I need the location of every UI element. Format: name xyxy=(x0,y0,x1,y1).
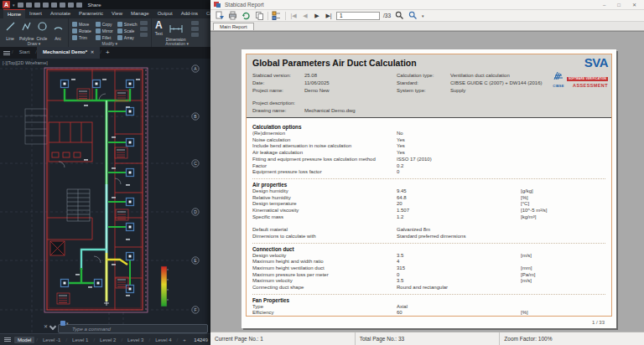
parameter-row: Maximum pressure loss per meter0[Pa/m] xyxy=(252,272,605,279)
dimension-tick-label xyxy=(84,105,88,106)
report-body: Calculation options(Re)dimensionNoNoise … xyxy=(247,118,611,317)
drawing-tab-mechanical-demo[interactable]: Mechanical Demo*✕ xyxy=(37,47,100,59)
copy-tool-button[interactable]: Copy xyxy=(96,21,113,28)
header-field-value: Demo New xyxy=(304,87,397,95)
array-tool-button[interactable]: Array xyxy=(117,34,138,41)
redo-icon[interactable] xyxy=(68,3,74,8)
layout-tab-level-1[interactable]: Level -1 xyxy=(39,337,64,343)
move-label: Move xyxy=(79,22,89,27)
ribbon-tab-add-ins[interactable]: Add-ins xyxy=(177,9,202,18)
app-logo-icon[interactable]: A xyxy=(3,1,10,8)
leader-icon[interactable] xyxy=(191,21,199,25)
trim-icon xyxy=(72,35,77,40)
maximize-button[interactable]: □ xyxy=(613,3,625,8)
modify-panel-label[interactable]: Modify ▾ xyxy=(69,41,151,46)
rotate-icon xyxy=(72,28,77,33)
command-caret-icon[interactable]: ▾ xyxy=(66,321,69,326)
report-tab-bar: Main Report xyxy=(210,22,644,31)
share-arrow-icon[interactable] xyxy=(76,3,82,8)
text-tool-button[interactable]: A Text xyxy=(155,20,163,42)
layout-menu-icon[interactable] xyxy=(3,337,13,342)
command-badge-icon xyxy=(60,321,65,326)
last-page-button[interactable]: ▶| xyxy=(325,13,333,19)
ribbon-tab-annotate[interactable]: Annotate xyxy=(46,9,75,18)
page-number-input[interactable] xyxy=(336,12,380,20)
layout-tab-level-1[interactable]: Level 1 xyxy=(69,337,91,343)
open-file-icon[interactable] xyxy=(26,3,32,8)
close-drawing-tab-icon[interactable]: ✕ xyxy=(91,49,94,54)
floorplan-drawing: ABCDEF xyxy=(0,59,210,333)
file-tab-menu-icon[interactable] xyxy=(2,47,12,59)
erase-icon[interactable] xyxy=(140,21,148,25)
arc-tool-button[interactable]: Arc xyxy=(51,20,65,41)
new-file-icon[interactable] xyxy=(18,3,23,8)
parameter-value: Standard preferred dimensions xyxy=(397,234,521,240)
annotation-panel-label[interactable]: Annotation ▾ xyxy=(152,41,203,46)
fillet-tool-button[interactable]: Fillet xyxy=(96,34,113,41)
drawing-tab-start[interactable]: Start xyxy=(13,47,36,59)
copy-button[interactable] xyxy=(254,11,264,21)
polyline-tool-button[interactable]: Polyline xyxy=(19,20,33,41)
close-button[interactable]: ✕ xyxy=(628,2,641,8)
zoom-caret-icon[interactable]: ▾ xyxy=(422,13,424,18)
move-tool-button[interactable]: Move xyxy=(72,21,91,28)
next-page-button[interactable]: ▶ xyxy=(313,13,321,19)
offset-icon[interactable] xyxy=(140,33,148,37)
rotate-tool-button[interactable]: Rotate xyxy=(72,28,91,34)
report-titlebar[interactable]: Stabicad Report – □ ✕ xyxy=(210,0,644,10)
mirror-tool-button[interactable]: Mirror xyxy=(96,28,113,34)
diffuser-symbol xyxy=(127,139,134,147)
command-input[interactable] xyxy=(58,324,208,333)
trim-tool-button[interactable]: Trim xyxy=(72,34,91,41)
command-customize-icon[interactable] xyxy=(49,322,56,329)
line-tool-button[interactable]: Line xyxy=(3,20,17,41)
previous-page-button[interactable]: ◀ xyxy=(301,13,309,19)
layout-tab-level-3[interactable]: Level 3 xyxy=(124,337,147,343)
parameter-value: 1.507 xyxy=(397,208,521,214)
ribbon-tab-output[interactable]: Output xyxy=(153,9,177,18)
save-as-icon[interactable] xyxy=(43,3,49,8)
export-button[interactable] xyxy=(214,11,224,21)
draw-panel-label[interactable]: Draw ▾ xyxy=(0,41,68,46)
circle-tool-button[interactable]: Circle xyxy=(35,20,49,41)
plot-icon[interactable] xyxy=(51,3,57,8)
linear-dim-icon[interactable] xyxy=(191,33,199,37)
tab-main-report[interactable]: Main Report xyxy=(213,23,254,30)
ribbon-tab-insert[interactable]: Insert xyxy=(25,9,46,18)
new-layout-button[interactable]: + xyxy=(179,337,190,343)
report-header-left: Stabicad version:25.08Date:11/06/2025Pro… xyxy=(252,72,397,115)
drawing-canvas[interactable]: [-][Top][2D Wireframe] xyxy=(0,59,210,333)
new-drawing-tab-button[interactable]: + xyxy=(101,47,114,59)
array-label: Array xyxy=(124,35,134,40)
search-button[interactable] xyxy=(394,11,404,21)
scale-tool-button[interactable]: Scale xyxy=(117,28,138,34)
share-button[interactable]: Share xyxy=(88,3,101,8)
minimize-button[interactable]: – xyxy=(599,3,610,8)
stretch-tool-button[interactable]: Stretch xyxy=(117,21,138,28)
ribbon-tab-home[interactable]: Home xyxy=(3,9,25,18)
duct-data-label xyxy=(115,147,127,158)
print-button[interactable] xyxy=(227,11,237,21)
viewport-controls[interactable]: [-][Top][2D Wireframe] xyxy=(3,60,48,65)
refresh-button[interactable] xyxy=(241,11,251,21)
undo-icon[interactable] xyxy=(60,3,65,8)
toggle-group-tree-button[interactable] xyxy=(272,11,282,21)
layout-tab-model[interactable]: Model xyxy=(14,337,34,343)
report-viewer[interactable]: Global Parameters Air Duct Calculation S… xyxy=(210,31,644,332)
table-icon[interactable] xyxy=(191,27,199,31)
save-icon[interactable] xyxy=(34,3,40,8)
first-page-button[interactable]: |◀ xyxy=(289,13,298,19)
explode-icon[interactable] xyxy=(140,27,148,31)
ribbon-tab-view[interactable]: View xyxy=(107,9,127,18)
zoom-button[interactable] xyxy=(408,11,418,21)
parameter-label: Air leakage calculation xyxy=(252,150,397,157)
command-close-icon[interactable]: ✕ xyxy=(44,323,48,329)
parameter-unit xyxy=(521,169,605,176)
app-menu-caret-icon[interactable]: ▾ xyxy=(13,3,15,8)
layout-tab-level-2[interactable]: Level 2 xyxy=(96,337,119,343)
ribbon-tab-parametric[interactable]: Parametric xyxy=(75,9,107,18)
parameter-unit: [kg/m³] xyxy=(521,214,605,221)
ribbon-tab-manage[interactable]: Manage xyxy=(127,9,153,18)
layout-tab-level-4[interactable]: Level 4 xyxy=(152,337,174,343)
dimension-tool-button[interactable]: Dimension xyxy=(166,20,186,42)
